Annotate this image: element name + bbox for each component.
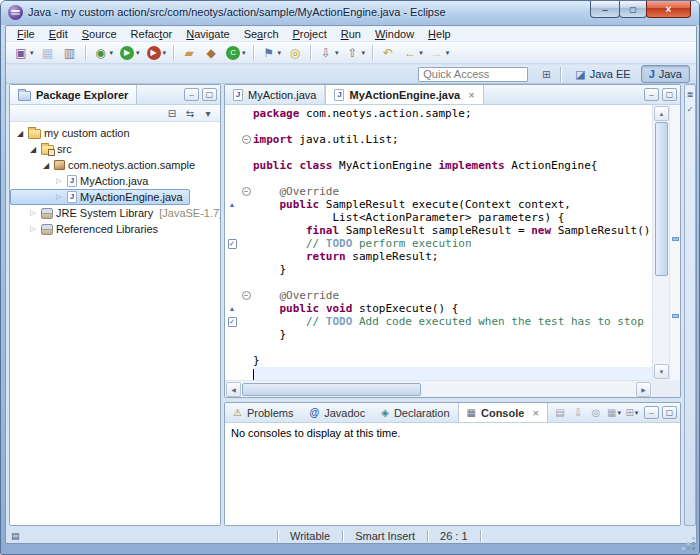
menu-edit[interactable]: Edit: [42, 28, 75, 40]
last-edit-location-button[interactable]: ↶: [377, 43, 399, 63]
tree-item-src[interactable]: ◢src: [10, 141, 79, 157]
code-text[interactable]: [253, 146, 652, 159]
quick-access-input[interactable]: [418, 67, 528, 82]
menu-run[interactable]: Run: [334, 28, 368, 40]
code-text[interactable]: public SampleResult execute(Context cont…: [253, 198, 652, 211]
view-tab-problems[interactable]: ⚠Problems: [225, 403, 301, 422]
overview-task-mark[interactable]: [672, 237, 679, 241]
scrollbar-thumb[interactable]: [242, 383, 421, 396]
run-button[interactable]: ▶▾: [116, 43, 143, 63]
forward-button[interactable]: →▾: [426, 43, 453, 63]
editor-tab-myaction-java[interactable]: JMyAction.java: [225, 85, 325, 104]
display-selected-console-menu-arrow[interactable]: ▾: [617, 409, 621, 417]
open-task-button[interactable]: ⚑▾: [258, 43, 285, 63]
code-text[interactable]: final SampleResult sampleResult = new Sa…: [253, 224, 652, 237]
resize-grip[interactable]: [683, 538, 695, 550]
new-java-project-button[interactable]: ▰: [178, 43, 200, 63]
scroll-down-arrow[interactable]: ▼: [654, 364, 669, 379]
next-annotation-button[interactable]: ⇩▾: [315, 43, 342, 63]
overview-task-mark[interactable]: [672, 314, 679, 318]
new-button[interactable]: ▣▾: [10, 43, 37, 63]
debug-menu-arrow[interactable]: ▾: [110, 49, 114, 57]
menu-search[interactable]: Search: [237, 28, 286, 40]
maximize-view-button[interactable]: ▢: [662, 88, 677, 101]
task-marker-icon[interactable]: ✓: [228, 239, 237, 249]
code-text[interactable]: }: [253, 263, 652, 276]
forward-menu-arrow[interactable]: ▾: [446, 49, 450, 57]
close-button[interactable]: ×: [646, 1, 691, 18]
menu-navigate[interactable]: Navigate: [179, 28, 236, 40]
view-menu-button[interactable]: ▾: [200, 106, 216, 121]
code-text[interactable]: [253, 120, 652, 133]
link-with-editor-button[interactable]: ⇆: [182, 106, 198, 121]
override-indicator-icon[interactable]: ▲: [229, 305, 236, 312]
maximize-view-button[interactable]: ▢: [662, 406, 677, 419]
scroll-lock-button[interactable]: ⇩: [570, 405, 586, 420]
open-perspective-button[interactable]: ⊞: [538, 67, 554, 82]
code-text[interactable]: // TODO Add code executed when the test …: [253, 315, 652, 328]
maximize-view-button[interactable]: ▢: [202, 88, 217, 101]
debug-button[interactable]: ◉▾: [90, 43, 117, 63]
code-lines[interactable]: package com.neotys.action.sample;−import…: [225, 105, 652, 380]
run-menu-arrow[interactable]: ▾: [136, 49, 140, 57]
run-external-tools-menu-arrow[interactable]: ▾: [163, 49, 167, 57]
code-text[interactable]: }: [253, 354, 652, 367]
menu-file[interactable]: File: [10, 28, 42, 40]
display-selected-console-button[interactable]: ▦▾: [606, 405, 622, 420]
pin-console-button[interactable]: ◎: [588, 405, 604, 420]
minimized-task-list-view-button[interactable]: ✓: [687, 105, 694, 114]
open-console-button[interactable]: ⊞▾: [624, 405, 640, 420]
maximize-button[interactable]: ▢: [619, 1, 647, 18]
clear-console-button[interactable]: ▤: [552, 405, 568, 420]
run-external-tools-button[interactable]: ▶▾: [143, 43, 170, 63]
back-menu-arrow[interactable]: ▾: [419, 49, 423, 57]
status-trim-icon[interactable]: ▤: [11, 531, 25, 541]
menu-refactor[interactable]: Refactor: [124, 28, 180, 40]
package-explorer-tab[interactable]: Package Explorer: [10, 85, 137, 104]
print-button[interactable]: ▥: [59, 43, 81, 63]
task-marker-icon[interactable]: ✓: [228, 317, 237, 327]
open-console-menu-arrow[interactable]: ▾: [635, 409, 639, 417]
code-text[interactable]: public void stopExecute() {: [253, 302, 652, 315]
horizontal-scrollbar[interactable]: ◀ ▶: [225, 380, 652, 397]
view-tab-javadoc[interactable]: @Javadoc: [301, 403, 373, 422]
tree-item-referenced-libraries[interactable]: ▷Referenced Libraries: [10, 221, 165, 237]
scroll-left-arrow[interactable]: ◀: [226, 382, 241, 397]
tree-item-jre-system-library[interactable]: ▷JRE System Library[JavaSE-1.7]: [10, 205, 221, 221]
minimize-view-button[interactable]: –: [644, 88, 659, 101]
minimized-outline-view-button[interactable]: ≣: [687, 90, 694, 99]
expand-twistie[interactable]: ▷: [54, 193, 64, 201]
code-text[interactable]: @Override: [253, 289, 652, 302]
view-tab-declaration[interactable]: ◈Declaration: [373, 403, 457, 422]
perspective-java-ee[interactable]: ◪Java EE: [567, 65, 638, 83]
code-text[interactable]: [253, 276, 652, 289]
collapse-twistie[interactable]: ◢: [41, 161, 51, 170]
menu-source[interactable]: Source: [75, 28, 124, 40]
scroll-up-arrow[interactable]: ▲: [654, 106, 669, 121]
code-text[interactable]: import java.util.List;: [253, 133, 652, 146]
tree-item-com-neotys-action-sample[interactable]: ◢com.neotys.action.sample: [10, 157, 202, 173]
search-button[interactable]: ◎: [284, 43, 306, 63]
new-java-package-button[interactable]: ◆: [200, 43, 222, 63]
new-java-class-button[interactable]: C▾: [222, 43, 249, 63]
title-bar[interactable]: Java - my custom action/src/com/neotys/a…: [1, 1, 699, 25]
minimize-view-button[interactable]: –: [644, 406, 659, 419]
collapse-twistie[interactable]: ◢: [15, 129, 25, 138]
minimize-view-button[interactable]: –: [184, 88, 199, 101]
code-text[interactable]: [253, 367, 652, 380]
tree-item-myaction-java[interactable]: ▷JMyAction.java: [10, 173, 155, 189]
view-tab-console[interactable]: ▦Console×: [458, 403, 548, 422]
editor-tab-myactionengine-java[interactable]: JMyActionEngine.java×: [325, 85, 483, 104]
override-indicator-icon[interactable]: ▲: [229, 201, 236, 208]
code-text[interactable]: }: [253, 328, 652, 341]
code-text[interactable]: @Override: [253, 185, 652, 198]
code-text[interactable]: [253, 341, 652, 354]
vertical-scrollbar[interactable]: ▲ ▼: [652, 105, 669, 380]
code-text[interactable]: [253, 172, 652, 185]
collapse-twistie[interactable]: ◢: [28, 145, 38, 154]
next-annotation-menu-arrow[interactable]: ▾: [335, 49, 339, 57]
save-button[interactable]: ▦: [37, 43, 59, 63]
collapse-region-icon[interactable]: −: [242, 187, 251, 196]
perspective-java[interactable]: JJava: [641, 65, 690, 83]
tree-item-myactionengine-java[interactable]: ▷JMyActionEngine.java: [10, 189, 190, 205]
